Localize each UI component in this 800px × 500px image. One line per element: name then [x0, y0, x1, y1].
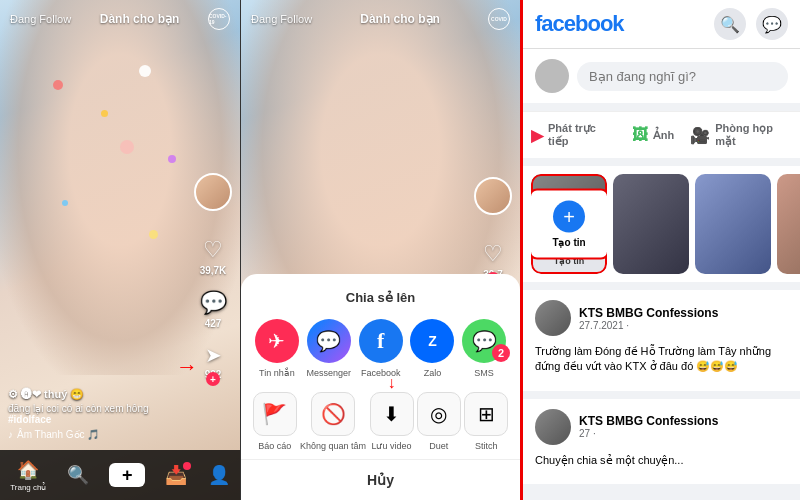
room-label: Phòng họp mặt: [715, 122, 792, 148]
facebook-icon: f: [359, 319, 403, 363]
tao-tin-popup: + Tạo tin: [531, 189, 607, 260]
comment-action[interactable]: 💬 427: [200, 290, 227, 329]
fb-create-post: [523, 49, 800, 111]
baocao-label: Báo cáo: [258, 441, 291, 451]
facebook-logo: facebook: [535, 11, 624, 37]
messenger-icon: 💬: [762, 15, 782, 34]
fb-post-name-2: KTS BMBG Confessions: [579, 414, 788, 428]
home-icon: 🏠: [17, 459, 39, 481]
share-item-khongquantam[interactable]: 🚫 Không quan tâm: [300, 392, 366, 451]
caption: đăng lại coi có ai còn xem hông: [8, 403, 190, 414]
nav-create[interactable]: +: [109, 463, 145, 487]
fb-search-button[interactable]: 🔍: [714, 8, 746, 40]
fb-post-text-2: Chuyện chia sẻ một chuyện...: [535, 453, 788, 468]
tao-tin-popup-label: Tạo tin: [545, 237, 593, 248]
follow-label[interactable]: Đang Follow: [10, 13, 71, 25]
share-item-stitch[interactable]: ⊞ Stitch: [464, 392, 508, 451]
nav-profile[interactable]: 👤: [208, 464, 230, 486]
luuvideo-icon: ⬇: [370, 392, 414, 436]
nav-inbox[interactable]: 📥: [165, 464, 187, 486]
music-note-icon: ♪: [8, 429, 13, 440]
follow-label-2[interactable]: Đang Follow: [251, 13, 312, 25]
tab-danh-cho-ban-2[interactable]: Dành cho bạn: [360, 12, 440, 26]
bottom-nav: 🏠 Trang chủ 🔍 + 📥 👤: [0, 450, 240, 500]
photo-icon: 🖼: [632, 126, 648, 144]
top-bar: Đang Follow Dành cho bạn COVID-19: [0, 0, 240, 38]
share-item-tinhan[interactable]: ✈ Tin nhắn: [255, 319, 299, 378]
search-icon: 🔍: [67, 464, 89, 486]
share-item-messenger[interactable]: 💬 Messenger: [307, 319, 352, 378]
khongquantam-icon: 🚫: [311, 392, 355, 436]
share-item-zalo[interactable]: Z Zalo: [410, 319, 454, 378]
profile-icon: 👤: [208, 464, 230, 486]
tiktok-panel-1: Đang Follow Dành cho bạn COVID-19 + ♡ 39…: [0, 0, 240, 500]
fb-user-avatar: [535, 59, 569, 93]
follow-plus[interactable]: +: [206, 372, 220, 386]
share-row-2: 🚩 Báo cáo 🚫 Không quan tâm ⬇ Lưu video ↓…: [241, 392, 520, 451]
share-sheet-title: Chia sẻ lên: [241, 290, 520, 305]
comment-count: 427: [205, 318, 222, 329]
sms-label: SMS: [474, 368, 494, 378]
fb-post-header-2: KTS BMBG Confessions 27 ·: [535, 409, 788, 445]
red-arrow-annotation: →: [176, 354, 198, 380]
arrow-annotation: ↓: [388, 374, 396, 392]
tinhan-icon: ✈: [255, 319, 299, 363]
avatar: [194, 173, 232, 211]
story-image-2: [695, 174, 771, 274]
heart-icon: ♡: [203, 237, 223, 263]
comment-icon: 💬: [200, 290, 227, 316]
facebook-panel: facebook 🔍 💬 ▶ Phát trực tiếp 🖼 Ảnh 🎥 Ph…: [520, 0, 800, 500]
search-icon: 🔍: [720, 15, 740, 34]
top-bar-2: Đang Follow Dành cho bạn COVID: [241, 0, 520, 38]
nav-home[interactable]: 🏠 Trang chủ: [10, 459, 46, 492]
covid-icon[interactable]: COVID-19: [208, 8, 230, 30]
stitch-label: Stitch: [475, 441, 498, 451]
share-item-baocao[interactable]: 🚩 Báo cáo: [253, 392, 297, 451]
fb-story-1[interactable]: [613, 174, 689, 274]
notification-badge-dot: [183, 462, 191, 470]
fb-post-time-2: 27 ·: [579, 428, 788, 439]
share-item-facebook[interactable]: f Facebook: [359, 319, 403, 378]
like-count: 39,7K: [200, 265, 227, 276]
messenger-icon: 💬: [307, 319, 351, 363]
fb-messenger-button[interactable]: 💬: [756, 8, 788, 40]
fb-room-button[interactable]: 🎥 Phòng họp mặt: [682, 116, 800, 154]
nav-home-label: Trang chủ: [10, 483, 46, 492]
covid-icon-2[interactable]: COVID: [488, 8, 510, 30]
number-2-badge: 2: [492, 344, 510, 362]
fb-story-3[interactable]: [777, 174, 800, 274]
share-item-duet[interactable]: ◎ Duet: [417, 392, 461, 451]
fb-post-meta-1: KTS BMBG Confessions 27.7.2021 ·: [579, 306, 788, 331]
fb-post-avatar-1: [535, 300, 571, 336]
fb-post-header-1: KTS BMBG Confessions 27.7.2021 ·: [535, 300, 788, 336]
story-image-1: [613, 174, 689, 274]
plus-icon: +: [122, 465, 133, 486]
share-item-luuvideo[interactable]: ⬇ Lưu video ↓: [370, 392, 414, 451]
fb-story-create[interactable]: + Tạo tin + Tạo tin: [531, 174, 607, 274]
fb-post-input[interactable]: [577, 62, 788, 91]
sparkles: [24, 50, 216, 350]
live-label: Phát trực tiếp: [548, 122, 616, 148]
nav-search[interactable]: 🔍: [67, 464, 89, 486]
fb-post-card-2: KTS BMBG Confessions 27 · Chuyện chia sẻ…: [523, 399, 800, 484]
story-image-3: [777, 174, 800, 274]
hashtag: #idolface: [8, 414, 190, 425]
fb-actions-bar: ▶ Phát trực tiếp 🖼 Ảnh 🎥 Phòng họp mặt: [523, 111, 800, 166]
fb-stories: + Tạo tin + Tạo tin: [523, 166, 800, 290]
avatar-action[interactable]: +: [194, 173, 232, 211]
live-icon: ▶: [531, 126, 543, 145]
fb-live-button[interactable]: ▶ Phát trực tiếp: [523, 116, 624, 154]
fb-post-meta-2: KTS BMBG Confessions 27 ·: [579, 414, 788, 439]
share-icon: ➤: [205, 343, 222, 367]
share-sheet: Chia sẻ lên ✈ Tin nhắn 💬 Messenger f Fac…: [241, 274, 520, 500]
tab-danh-cho-ban[interactable]: Dành cho bạn: [100, 12, 180, 26]
like-action[interactable]: ♡ 39,7K: [200, 237, 227, 276]
fb-story-2[interactable]: [695, 174, 771, 274]
fb-photo-button[interactable]: 🖼 Ảnh: [624, 116, 682, 154]
bottom-info: ⚙ 🅐❤ thuý 😁 đăng lại coi có ai còn xem h…: [8, 388, 190, 440]
fb-post-card-1: KTS BMBG Confessions 27.7.2021 · Trường …: [523, 290, 800, 391]
fb-post-time-1: 27.7.2021 ·: [579, 320, 788, 331]
cancel-button[interactable]: Hủy: [241, 459, 520, 500]
avatar-action-2[interactable]: +: [474, 177, 512, 215]
share-row-1: ✈ Tin nhắn 💬 Messenger f Facebook Z Zalo…: [241, 319, 520, 378]
